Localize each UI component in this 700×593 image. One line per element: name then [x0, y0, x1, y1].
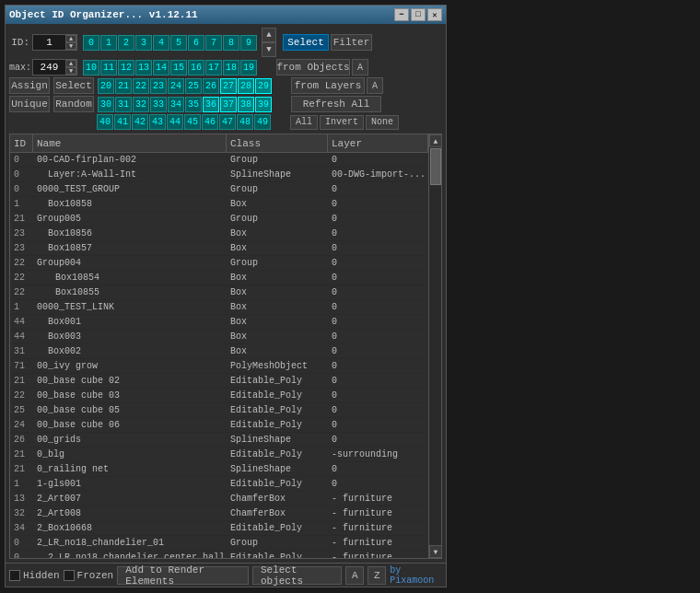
select-main-button[interactable]: Select: [53, 77, 94, 94]
num-btn-21[interactable]: 21: [115, 78, 132, 94]
scroll-thumb[interactable]: [430, 148, 441, 185]
num-btn-2[interactable]: 2: [118, 35, 134, 51]
frozen-checkbox[interactable]: [64, 570, 75, 581]
table-row[interactable]: 22Group004Group0: [10, 256, 428, 271]
num-btn-1[interactable]: 1: [100, 35, 117, 51]
scroll-down-button[interactable]: ▼: [429, 545, 442, 558]
table-row[interactable]: 000-CAD-firplan-002Group0: [10, 153, 428, 168]
minimize-button[interactable]: −: [394, 8, 409, 21]
table-row[interactable]: 342_Box10668Editable_Poly- furniture: [10, 521, 428, 536]
table-row[interactable]: 00000_TEST_GROUPGroup0: [10, 182, 428, 197]
invert-button[interactable]: Invert: [320, 115, 364, 130]
id-down-arrow[interactable]: ▼: [65, 42, 76, 50]
from-objects-a-button[interactable]: A: [352, 59, 368, 76]
table-row[interactable]: 0Layer:A-Wall-IntSplineShape00-DWG-impor…: [10, 168, 428, 182]
table-row[interactable]: 31Box002Box0: [10, 344, 428, 359]
num-btn-32[interactable]: 32: [133, 97, 149, 112]
num-btn-9[interactable]: 9: [240, 35, 257, 51]
num-btn-39[interactable]: 39: [255, 97, 272, 112]
num-btn-14[interactable]: 14: [153, 60, 169, 76]
scroll-track[interactable]: [429, 147, 441, 545]
num-btn-16[interactable]: 16: [188, 60, 204, 76]
num-btn-15[interactable]: 15: [170, 60, 187, 76]
num-btn-30[interactable]: 30: [98, 97, 114, 112]
num-btn-3[interactable]: 3: [135, 35, 152, 51]
vertical-scrollbar[interactable]: ▲ ▼: [428, 134, 441, 558]
table-row[interactable]: 02_LR_no18_chandelier_01Group- furniture: [10, 536, 428, 551]
table-row[interactable]: 44Box001Box0: [10, 315, 428, 330]
maximize-button[interactable]: □: [411, 8, 426, 21]
num-btn-33[interactable]: 33: [150, 97, 167, 112]
from-layers-button[interactable]: from Layers: [291, 77, 365, 94]
num-btn-26[interactable]: 26: [203, 78, 219, 94]
num-btn-28[interactable]: 28: [238, 78, 254, 94]
num-btn-0[interactable]: 0: [83, 35, 99, 51]
table-row[interactable]: 210_blgEditable_Poly-surrounding: [10, 448, 428, 462]
table-row[interactable]: 2400_base cube 06Editable_Poly0: [10, 418, 428, 433]
num-btn-38[interactable]: 38: [238, 97, 254, 112]
num-btn-24[interactable]: 24: [168, 78, 184, 94]
table-row[interactable]: 02_LR_no18_chandelier center ball_01Edit…: [10, 551, 428, 558]
table-row[interactable]: 2100_base cube 02Editable_Poly0: [10, 374, 428, 389]
num-btn-48[interactable]: 48: [237, 114, 253, 130]
all-button[interactable]: All: [290, 115, 318, 130]
table-body[interactable]: 000-CAD-firplan-002Group00Layer:A-Wall-I…: [10, 153, 428, 558]
scroll-down-btn[interactable]: ▼: [262, 42, 276, 57]
table-row[interactable]: 22Box10854Box0: [10, 271, 428, 285]
table-row[interactable]: 210_railing netSplineShape0: [10, 462, 428, 477]
from-layers-a-button[interactable]: A: [367, 77, 383, 94]
assign-button[interactable]: Assign: [9, 77, 50, 94]
num-btn-37[interactable]: 37: [220, 97, 237, 112]
table-row[interactable]: 1Box10858Box0: [10, 197, 428, 212]
num-btn-25[interactable]: 25: [185, 78, 202, 94]
num-btn-47[interactable]: 47: [219, 114, 236, 130]
table-row[interactable]: 132_Art007ChamferBox- furniture: [10, 492, 428, 506]
num-btn-13[interactable]: 13: [135, 60, 152, 76]
num-btn-40[interactable]: 40: [97, 114, 113, 130]
max-up-arrow[interactable]: ▲: [65, 60, 76, 67]
num-btn-5[interactable]: 5: [170, 35, 187, 51]
num-btn-35[interactable]: 35: [185, 97, 202, 112]
num-btn-49[interactable]: 49: [254, 114, 271, 130]
max-spinner[interactable]: 249 ▲ ▼: [32, 59, 77, 76]
id-up-arrow[interactable]: ▲: [65, 35, 76, 42]
table-row[interactable]: 22Box10855Box0: [10, 285, 428, 300]
num-btn-19[interactable]: 19: [240, 60, 257, 76]
select-button[interactable]: Select: [283, 34, 329, 51]
table-row[interactable]: 11-gls001Editable_Poly0: [10, 477, 428, 492]
refresh-all-button[interactable]: Refresh All: [291, 96, 381, 112]
num-btn-46[interactable]: 46: [202, 114, 218, 130]
num-btn-42[interactable]: 42: [132, 114, 148, 130]
table-row[interactable]: 44Box003Box0: [10, 330, 428, 344]
select-objects-button[interactable]: Select objects: [252, 566, 342, 585]
num-btn-12[interactable]: 12: [118, 60, 134, 76]
num-btn-27[interactable]: 27: [220, 78, 237, 94]
num-btn-43[interactable]: 43: [149, 114, 166, 130]
table-row[interactable]: 322_Art008ChamferBox- furniture: [10, 506, 428, 521]
frozen-checkbox-label[interactable]: Frozen: [64, 570, 114, 581]
table-row[interactable]: 23Box10857Box0: [10, 241, 428, 256]
id-spinner[interactable]: 1 ▲ ▼: [32, 34, 77, 51]
filter-button[interactable]: Filter: [331, 34, 372, 51]
add-to-render-button[interactable]: Add to Render Elements: [117, 566, 249, 585]
num-btn-11[interactable]: 11: [100, 60, 117, 76]
num-btn-22[interactable]: 22: [133, 78, 149, 94]
max-down-arrow[interactable]: ▼: [65, 67, 76, 75]
table-row[interactable]: 2500_base cube 05Editable_Poly0: [10, 403, 428, 418]
num-btn-36[interactable]: 36: [203, 97, 219, 112]
num-btn-44[interactable]: 44: [167, 114, 183, 130]
none-button[interactable]: None: [366, 115, 399, 130]
num-btn-8[interactable]: 8: [223, 35, 239, 51]
random-button[interactable]: Random: [53, 96, 94, 112]
num-btn-20[interactable]: 20: [98, 78, 114, 94]
scroll-up-button[interactable]: ▲: [429, 134, 442, 147]
num-btn-29[interactable]: 29: [255, 78, 272, 94]
from-objects-button[interactable]: from Objects: [276, 59, 350, 76]
max-value[interactable]: 249: [33, 60, 65, 75]
num-btn-18[interactable]: 18: [223, 60, 239, 76]
z-sort-button[interactable]: Z: [368, 566, 386, 585]
table-row[interactable]: 2200_base cube 03Editable_Poly0: [10, 389, 428, 403]
num-btn-6[interactable]: 6: [188, 35, 204, 51]
id-value[interactable]: 1: [33, 35, 65, 50]
a-sort-button[interactable]: A: [345, 566, 364, 585]
